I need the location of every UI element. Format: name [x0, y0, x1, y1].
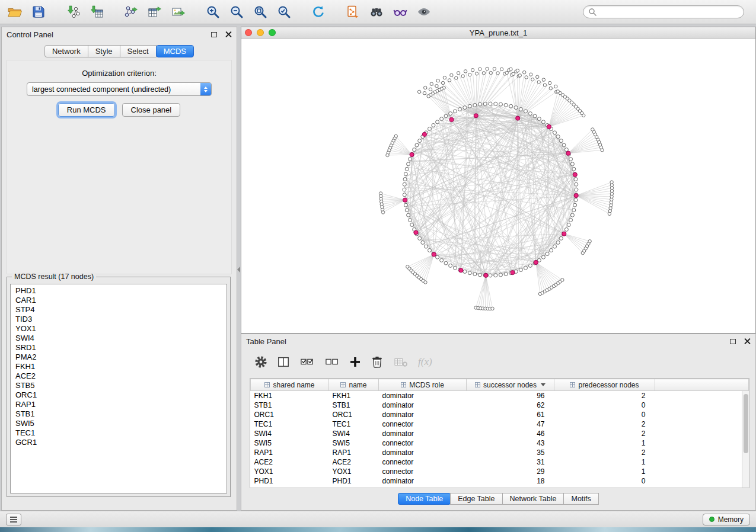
network-window-title: YPA_prune.txt_1: [241, 28, 755, 37]
mcds-result-item[interactable]: YOX1: [11, 324, 227, 334]
memory-status-dot: [709, 517, 714, 522]
column-header-successor-nodes[interactable]: successor nodes: [467, 379, 554, 391]
table-row[interactable]: TEC1TEC1connector472: [251, 419, 749, 429]
table-panel-header: Table Panel: [241, 334, 755, 348]
zoom-in-button[interactable]: [204, 3, 222, 21]
select-all-button[interactable]: [299, 355, 315, 368]
network-canvas[interactable]: [241, 39, 755, 333]
mcds-result-item[interactable]: FKH1: [11, 362, 227, 371]
refresh-view-button[interactable]: [310, 3, 327, 21]
save-session-button[interactable]: [30, 3, 47, 21]
table-row[interactable]: STB1STB1dominator620: [251, 400, 749, 410]
glasses-icon: [393, 5, 407, 19]
mcds-result-item[interactable]: TID3: [11, 315, 227, 324]
column-header-shared-name[interactable]: shared name: [251, 379, 329, 391]
duplicate-network-button[interactable]: [344, 3, 362, 21]
table-settings-button[interactable]: [254, 355, 267, 368]
window-minimize-button[interactable]: [257, 29, 264, 36]
mcds-result-item[interactable]: PMA2: [11, 352, 227, 362]
column-header-mcds-role[interactable]: MCDS role: [379, 379, 467, 391]
eye-icon: [417, 5, 431, 19]
mcds-result-item[interactable]: STP4: [11, 305, 227, 315]
search-box: [583, 5, 744, 18]
trash-icon: [371, 355, 384, 368]
table-row[interactable]: PHD1PHD1dominator180: [251, 476, 749, 486]
column-header-predecessor-nodes[interactable]: predecessor nodes: [554, 379, 655, 391]
application-window: Control Panel NetworkStyleSelectMCDS Opt…: [0, 0, 756, 532]
import-table-button[interactable]: [88, 3, 106, 21]
delete-table-button: [393, 355, 409, 368]
open-session-button[interactable]: [6, 3, 24, 21]
control-panel: Control Panel NetworkStyleSelectMCDS Opt…: [1, 27, 237, 511]
mcds-result-item[interactable]: RAP1: [11, 400, 227, 409]
mcds-result-item[interactable]: SWI5: [11, 419, 227, 428]
zoom-in-icon: [206, 5, 220, 19]
float-panel-icon[interactable]: [211, 32, 217, 37]
search-input[interactable]: [596, 8, 739, 16]
tab-network-table[interactable]: Network Table: [502, 493, 564, 505]
open-folder-icon: [7, 5, 23, 19]
float-table-panel-icon[interactable]: [730, 339, 736, 344]
tab-motifs[interactable]: Motifs: [563, 493, 598, 505]
find-button[interactable]: [368, 3, 385, 21]
window-close-button[interactable]: [245, 29, 252, 36]
mcds-result-item[interactable]: SWI4: [11, 334, 227, 343]
table-row[interactable]: YOX1YOX1connector291: [251, 467, 749, 476]
import-network-button[interactable]: [64, 3, 82, 21]
tab-node-table[interactable]: Node Table: [398, 493, 451, 505]
tab-network[interactable]: Network: [44, 45, 88, 57]
table-row[interactable]: SWI4SWI4dominator462: [251, 429, 749, 438]
mcds-result-item[interactable]: STB1: [11, 409, 227, 419]
delete-column-button[interactable]: [371, 355, 384, 368]
mcds-result-item[interactable]: ACE2: [11, 371, 227, 381]
criterion-dropdown[interactable]: largest connected component (undirected): [27, 82, 212, 96]
refresh-icon: [311, 5, 326, 19]
tab-style[interactable]: Style: [88, 45, 120, 57]
column-menu-caret[interactable]: [541, 383, 546, 386]
mcds-result-item[interactable]: ORC1: [11, 390, 227, 400]
mcds-result-item[interactable]: SRD1: [11, 343, 227, 352]
close-panel-icon[interactable]: [225, 31, 232, 38]
column-grid-icon: [264, 382, 270, 387]
optimization-criterion-label: Optimization criterion:: [7, 69, 231, 78]
export-image-button[interactable]: [170, 3, 187, 21]
add-column-button[interactable]: [349, 356, 361, 368]
mcds-result-item[interactable]: TEC1: [11, 428, 227, 438]
show-hide-button[interactable]: [415, 3, 433, 21]
export-network-button[interactable]: [122, 3, 140, 21]
glasses-button[interactable]: [391, 3, 409, 21]
tab-mcds[interactable]: MCDS: [156, 45, 194, 57]
table-scrollbar[interactable]: [742, 391, 749, 488]
zoom-fit-button[interactable]: [251, 3, 269, 21]
zoom-selected-button[interactable]: [275, 3, 293, 21]
tab-select[interactable]: Select: [120, 45, 157, 57]
run-mcds-button[interactable]: Run MCDS: [58, 103, 115, 117]
mcds-result-item[interactable]: GCR1: [11, 438, 227, 447]
zoom-out-button[interactable]: [228, 3, 245, 21]
table-row[interactable]: ACE2ACE2connector311: [251, 457, 749, 467]
table-row[interactable]: SWI5SWI5connector431: [251, 438, 749, 448]
show-columns-button[interactable]: [277, 355, 290, 368]
export-table-button[interactable]: [146, 3, 164, 21]
status-bar: Memory: [0, 511, 756, 527]
export-image-icon: [171, 5, 186, 19]
table-row[interactable]: FKH1FKH1dominator962: [251, 391, 749, 400]
network-window-titlebar[interactable]: YPA_prune.txt_1: [241, 27, 755, 39]
control-panel-title: Control Panel: [7, 30, 53, 39]
scrollbar-thumb[interactable]: [744, 394, 748, 453]
mcds-result-item[interactable]: PHD1: [11, 286, 227, 296]
panel-menu-button[interactable]: [6, 514, 21, 525]
tab-edge-table[interactable]: Edge Table: [450, 493, 502, 505]
plus-icon: [349, 356, 361, 368]
table-row[interactable]: ORC1ORC1dominator610: [251, 410, 749, 419]
memory-button[interactable]: Memory: [703, 514, 750, 525]
close-panel-button[interactable]: Close panel: [122, 103, 181, 117]
mcds-result-item[interactable]: STB5: [11, 381, 227, 390]
column-header-name[interactable]: name: [329, 379, 379, 391]
deselect-all-button[interactable]: [324, 355, 340, 368]
close-table-panel-icon[interactable]: [744, 338, 751, 345]
window-zoom-button[interactable]: [269, 29, 276, 36]
table-row[interactable]: RAP1RAP1dominator352: [251, 448, 749, 457]
node-table: shared namenameMCDS rolesuccessor nodesp…: [250, 379, 749, 486]
mcds-result-item[interactable]: CAR1: [11, 296, 227, 305]
